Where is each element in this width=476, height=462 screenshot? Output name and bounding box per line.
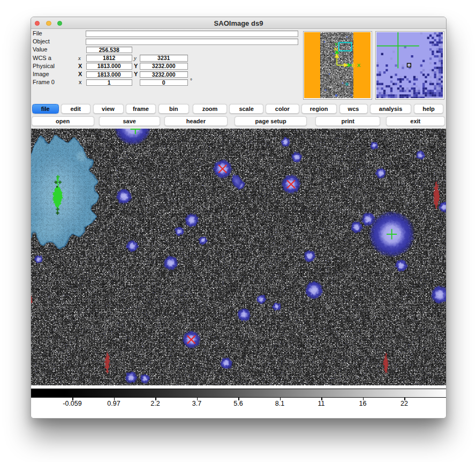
svg-text:X: X: [357, 62, 360, 68]
svg-text:N: N: [334, 46, 338, 51]
svg-text:E: E: [351, 62, 354, 68]
